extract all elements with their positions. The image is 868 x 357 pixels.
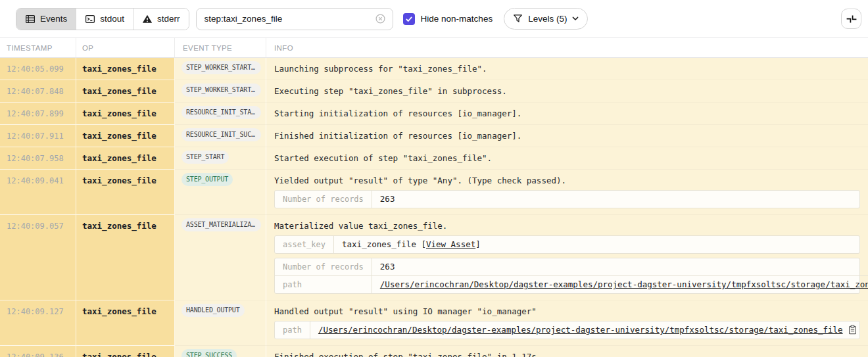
tab-stdout[interactable]: stdout	[76, 9, 133, 30]
hide-non-matches-toggle[interactable]: Hide non-matches	[403, 13, 493, 25]
event-timestamp[interactable]: 12:40:09.136	[0, 346, 76, 357]
copy-path-icon[interactable]	[848, 325, 857, 335]
event-type-badge: STEP_SUCCESS	[181, 349, 237, 357]
metadata-value: /Users/erincochran/Desktop/dagster-examp…	[310, 321, 865, 339]
event-table-header: TIMESTAMP OP EVENT TYPE INFO	[0, 37, 868, 58]
filter-funnel-icon	[513, 14, 523, 24]
tab-events-label: Events	[40, 14, 67, 24]
metadata-key: path	[275, 321, 310, 339]
path-link[interactable]: /Users/erincochran/Desktop/dagster-examp…	[380, 279, 868, 289]
tab-stderr[interactable]: stderr	[133, 9, 189, 30]
event-type-badge: STEP_START	[181, 151, 229, 164]
event-info: Handled output "result" using IO manager…	[266, 300, 868, 346]
metadata-key: path	[275, 275, 372, 293]
view-tabs: Events stdout	[16, 8, 189, 30]
event-timestamp[interactable]: 12:40:07.911	[0, 125, 76, 147]
metadata-value: 263	[372, 258, 868, 275]
collapse-panel-button[interactable]	[841, 9, 861, 29]
header-timestamp: TIMESTAMP	[0, 38, 76, 57]
event-row: 12:40:09.057 taxi_zones_file ASSET_MATER…	[0, 215, 868, 300]
hide-non-matches-label: Hide non-matches	[421, 14, 493, 24]
event-message: Started execution of step "taxi_zones_fi…	[274, 153, 860, 163]
tab-stdout-label: stdout	[100, 14, 124, 24]
event-row: 12:40:09.041 taxi_zones_file STEP_OUTPUT…	[0, 170, 868, 215]
event-row: 12:40:09.127 taxi_zones_file HANDLED_OUT…	[0, 300, 868, 346]
metadata-table: asset_keytaxi_zones_file [View Asset]	[274, 235, 860, 254]
event-type-badge: ASSET_MATERIALIZAT…	[181, 218, 261, 231]
event-message: Finished execution of step "taxi_zones_f…	[274, 352, 860, 357]
levels-label: Levels (5)	[528, 14, 567, 24]
event-log-toolbar: Events stdout	[0, 0, 868, 37]
header-op: OP	[76, 38, 175, 57]
view-asset-link[interactable]: View Asset	[426, 239, 475, 249]
event-op: taxi_zones_file	[76, 147, 175, 170]
event-type-badge: STEP_WORKER_STARTI…	[181, 61, 261, 74]
event-op: taxi_zones_file	[76, 125, 175, 147]
metadata-value: /Users/erincochran/Desktop/dagster-examp…	[372, 275, 868, 293]
event-timestamp[interactable]: 12:40:07.848	[0, 80, 76, 103]
event-message: Yielded output "result" of type "Any". (…	[274, 176, 860, 185]
terminal-icon	[85, 14, 95, 24]
event-type-badge: RESOURCE_INIT_SUCC…	[181, 128, 261, 141]
log-filter-field	[196, 8, 393, 30]
table-icon	[25, 14, 36, 24]
event-info: Started execution of step "taxi_zones_fi…	[266, 147, 868, 170]
event-op: taxi_zones_file	[76, 300, 175, 346]
event-op: taxi_zones_file	[76, 215, 175, 300]
event-table-body: 12:40:05.099 taxi_zones_file STEP_WORKER…	[0, 58, 868, 357]
path-link[interactable]: /Users/erincochran/Desktop/dagster-examp…	[318, 325, 843, 335]
event-row: 12:40:07.958 taxi_zones_file STEP_START …	[0, 147, 868, 170]
event-info: Finished execution of step "taxi_zones_f…	[266, 346, 868, 357]
metadata-table: Number of records263path/Users/erincochr…	[274, 258, 860, 294]
event-message: Materialized value taxi_zones_file.	[274, 221, 860, 231]
event-timestamp[interactable]: 12:40:09.041	[0, 170, 76, 215]
event-op: taxi_zones_file	[76, 80, 175, 103]
event-op: taxi_zones_file	[76, 103, 175, 125]
metadata-row: Number of records263	[275, 191, 859, 208]
event-info: Yielded output "result" of type "Any". (…	[266, 170, 868, 215]
event-op: taxi_zones_file	[76, 170, 175, 215]
event-message: Executing step "taxi_zones_file" in subp…	[274, 86, 860, 96]
event-timestamp[interactable]: 12:40:07.899	[0, 103, 76, 125]
metadata-value: 263	[372, 191, 859, 208]
event-timestamp[interactable]: 12:40:07.958	[0, 147, 76, 170]
metadata-row: path/Users/erincochran/Desktop/dagster-e…	[275, 275, 868, 293]
header-event-type: EVENT TYPE	[175, 38, 266, 57]
event-info: Starting initialization of resources [io…	[266, 103, 868, 125]
event-type-badge: HANDLED_OUTPUT	[181, 304, 245, 317]
event-type-badge: STEP_OUTPUT	[181, 173, 233, 186]
log-filter-input[interactable]	[205, 14, 375, 24]
event-timestamp[interactable]: 12:40:09.057	[0, 215, 76, 300]
event-info: Executing step "taxi_zones_file" in subp…	[266, 80, 868, 103]
event-row: 12:40:05.099 taxi_zones_file STEP_WORKER…	[0, 58, 868, 80]
header-info: INFO	[266, 38, 868, 57]
chevron-down-icon	[572, 16, 579, 21]
event-message: Starting initialization of resources [io…	[274, 108, 860, 118]
tab-events[interactable]: Events	[16, 9, 76, 30]
metadata-table: Number of records263	[274, 190, 860, 208]
event-info: Finished initialization of resources [io…	[266, 125, 868, 147]
event-message: Launching subprocess for "taxi_zones_fil…	[274, 64, 860, 74]
metadata-key: Number of records	[275, 191, 372, 208]
event-info: Materialized value taxi_zones_file. asse…	[266, 215, 868, 300]
metadata-key: asset_key	[275, 236, 334, 253]
event-row: 12:40:09.136 taxi_zones_file STEP_SUCCES…	[0, 346, 868, 357]
metadata-row: path/Users/erincochran/Desktop/dagster-e…	[275, 321, 865, 339]
event-row: 12:40:07.911 taxi_zones_file RESOURCE_IN…	[0, 125, 868, 147]
tab-stderr-label: stderr	[157, 14, 180, 24]
event-timestamp[interactable]: 12:40:09.127	[0, 300, 76, 346]
hide-non-matches-checkbox[interactable]	[403, 13, 415, 25]
warning-icon	[142, 14, 153, 24]
event-row: 12:40:07.899 taxi_zones_file RESOURCE_IN…	[0, 103, 868, 125]
metadata-row: asset_keytaxi_zones_file [View Asset]	[275, 236, 859, 253]
event-info: Launching subprocess for "taxi_zones_fil…	[266, 58, 868, 80]
metadata-value: taxi_zones_file [View Asset]	[334, 236, 859, 253]
event-message: Handled output "result" using IO manager…	[274, 306, 860, 316]
clear-filter-icon[interactable]	[375, 13, 386, 24]
metadata-key: Number of records	[275, 258, 372, 275]
event-timestamp[interactable]: 12:40:05.099	[0, 58, 76, 80]
collapse-panel-icon	[846, 14, 857, 24]
levels-dropdown[interactable]: Levels (5)	[504, 8, 588, 30]
event-op: taxi_zones_file	[76, 346, 175, 357]
metadata-table: path/Users/erincochran/Desktop/dagster-e…	[274, 321, 860, 339]
